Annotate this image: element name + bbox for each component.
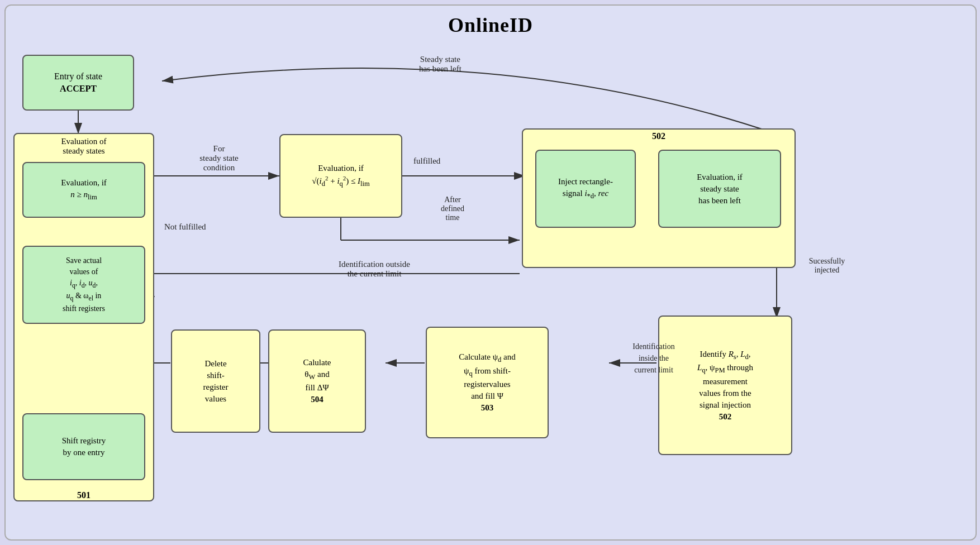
label-id-outside: Identification outsidethe current limit (268, 260, 481, 279)
calc-psi-box: Calculate ψd and ψq from shift- register… (426, 327, 549, 438)
eval-steady-label: Evaluation ofsteady states (17, 137, 151, 156)
label-for-steady: Forsteady statecondition (163, 144, 275, 173)
page-title: OnlineID (6, 6, 976, 41)
save-values-box: Save actualvalues of iq, id, ud, uq & ωe… (22, 246, 145, 324)
label-after-defined: Afterdefinedtime (416, 195, 489, 222)
eval-current-box: Evaluation, if √(id2 + iq2) ≤ Ilim (279, 134, 402, 218)
identify-rs-box: Identify Rs, Ld, Lq, ψPM through measure… (658, 315, 792, 455)
label-fulfilled: fulfilled (413, 156, 440, 166)
eval-ss-left-box: Evaluation, ifsteady statehas been left (658, 150, 781, 228)
calc-theta-box: Calulate θW and fill ΔΨ 504 (268, 329, 366, 433)
accept-label-line1: Entry of state (54, 71, 102, 81)
label-not-fulfilled: Not fulfilled (164, 222, 206, 232)
label-id-inside: Identificationinside thecurrent limit (598, 341, 710, 376)
eval-n-box: Evaluation, if n ≥ nlim (22, 162, 145, 218)
label-501: 501 (13, 490, 154, 500)
accept-label-bold: ACCEPT (60, 84, 97, 93)
accept-box: Entry of state ACCEPT (22, 55, 134, 111)
shift-registry-box: Shift registryby one entry (22, 413, 145, 480)
label-steady-left: Steady statehas been left (419, 55, 462, 74)
inject-box: Inject rectangle-signal i*d, rec (535, 150, 636, 228)
main-container: OnlineID (4, 4, 977, 541)
label-success-injected: Sucessfullyinjected (788, 257, 866, 275)
delete-shift-box: Delete shift- register values (171, 329, 260, 433)
label-502-outer: 502 (522, 131, 796, 141)
